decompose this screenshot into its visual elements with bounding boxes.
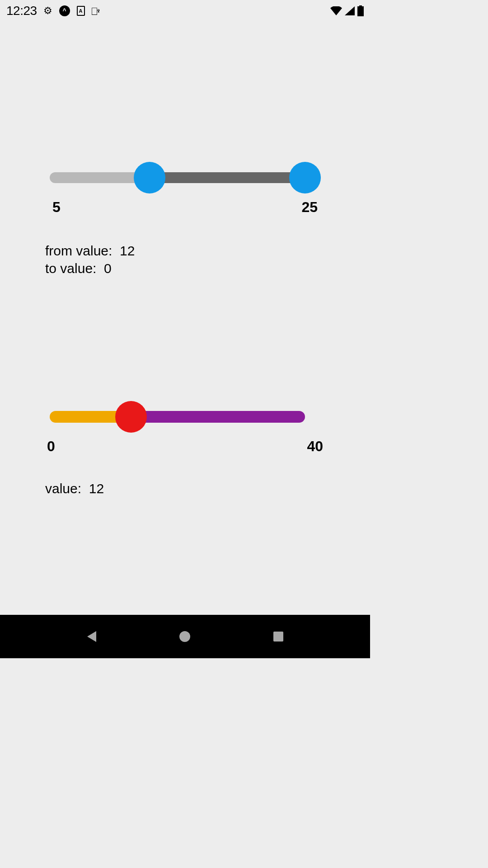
range-slider-container: 5 25 from value: 12 to value: 0: [45, 162, 325, 277]
content-area: 5 25 from value: 12 to value: 0 0 40 val…: [0, 162, 370, 496]
single-readout-value: 12: [89, 481, 104, 496]
single-max-label: 40: [307, 438, 323, 455]
svg-rect-1: [273, 632, 283, 642]
range-slider-thumb-to[interactable]: [289, 162, 321, 193]
single-slider-container: 0 40 value: 12: [45, 401, 325, 496]
from-readout-label: from value:: [45, 243, 112, 258]
to-readout-value: 0: [104, 261, 112, 276]
status-left: 12:23 ^: [6, 4, 100, 18]
from-readout-line: from value: 12: [45, 242, 325, 259]
svg-point-0: [179, 631, 190, 642]
battery-icon: [357, 5, 364, 16]
single-slider[interactable]: [45, 401, 325, 433]
nav-recents-button[interactable]: [270, 628, 286, 645]
range-slider-track: [150, 172, 305, 183]
to-readout-label: to value:: [45, 261, 96, 276]
single-readout: value: 12: [45, 481, 325, 496]
status-bar: 12:23 ^: [0, 0, 370, 22]
to-readout-line: to value: 0: [45, 259, 325, 277]
status-time: 12:23: [6, 4, 37, 18]
gear-icon: [43, 5, 52, 17]
card-icon: [77, 6, 85, 16]
navigation-bar: [0, 615, 370, 658]
signal-icon: [345, 6, 355, 15]
range-readout: from value: 12 to value: 0: [45, 242, 325, 277]
nav-back-button[interactable]: [84, 628, 100, 645]
range-min-label: 5: [52, 199, 61, 216]
wifi-icon: [330, 6, 342, 15]
status-right: [330, 5, 364, 16]
location-icon: [92, 5, 100, 16]
status-icons-left: ^: [43, 5, 100, 17]
up-arrow-circle-icon: ^: [59, 5, 70, 16]
single-slider-track-right: [127, 411, 305, 423]
single-min-label: 0: [47, 438, 55, 455]
single-slider-thumb[interactable]: [115, 401, 147, 433]
nav-home-button[interactable]: [177, 628, 193, 645]
range-slider[interactable]: [45, 162, 325, 193]
single-slider-labels: 0 40: [45, 438, 325, 455]
single-readout-label: value:: [45, 481, 81, 496]
from-readout-value: 12: [120, 243, 135, 258]
range-slider-labels: 5 25: [45, 199, 325, 216]
range-slider-thumb-from[interactable]: [134, 162, 165, 193]
range-max-label: 25: [301, 199, 318, 216]
